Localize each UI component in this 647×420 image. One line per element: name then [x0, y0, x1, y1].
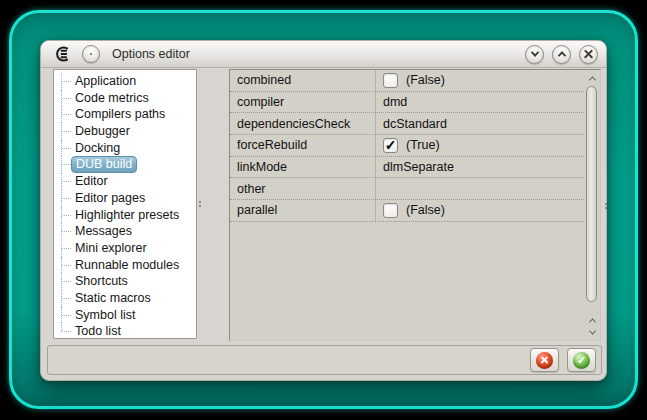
- property-row-linkmode: linkMode dlmSeparate: [230, 157, 584, 179]
- minimize-button[interactable]: [525, 45, 544, 64]
- property-name[interactable]: dependenciesCheck: [230, 113, 376, 134]
- sidebar-item-label: Runnable modules: [75, 258, 179, 272]
- window-title: Options editor: [112, 47, 190, 61]
- sidebar-item-mini-explorer[interactable]: Mini explorer: [54, 240, 196, 257]
- accept-button[interactable]: ✓: [567, 348, 596, 372]
- check-glyph: ✓: [577, 355, 586, 365]
- checkbox-unchecked-icon[interactable]: [383, 73, 398, 88]
- property-grid: combined (False) compiler dmd dependenci…: [229, 69, 601, 341]
- sidebar-item-label: Symbol list: [75, 308, 135, 322]
- property-value-text: dmd: [383, 95, 407, 109]
- property-row-combined: combined (False): [230, 70, 584, 92]
- sidebar-item-docking[interactable]: Docking: [54, 140, 196, 157]
- cancel-button[interactable]: [530, 348, 559, 372]
- sidebar-item-highlighter-presets[interactable]: Highlighter presets: [54, 207, 196, 224]
- selected-item-highlight: DUB build: [71, 156, 137, 173]
- sidebar-item-label: Shortcuts: [75, 274, 128, 288]
- property-value[interactable]: dlmSeparate: [376, 160, 584, 174]
- chevron-up-icon: [557, 51, 565, 59]
- property-name[interactable]: other: [230, 178, 376, 199]
- sidebar-item-editor-pages[interactable]: Editor pages: [54, 190, 196, 207]
- sidebar-item-application[interactable]: Application: [54, 73, 196, 90]
- sidebar-item-label: Static macros: [75, 291, 151, 305]
- close-button[interactable]: [579, 45, 598, 64]
- sidebar-item-label: Docking: [75, 141, 120, 155]
- sidebar-item-code-metrics[interactable]: Code metrics: [54, 90, 196, 107]
- checkbox-checked-icon[interactable]: ✓: [383, 138, 398, 153]
- property-name[interactable]: parallel: [230, 200, 376, 221]
- sidebar-item-todo-list[interactable]: Todo list: [54, 323, 196, 339]
- options-editor-window: Options editor Application Code metrics …: [40, 40, 607, 381]
- category-tree: Application Code metrics Compilers paths…: [53, 69, 197, 339]
- sidebar-item-compilers-paths[interactable]: Compilers paths: [54, 106, 196, 123]
- sidebar-item-debugger[interactable]: Debugger: [54, 123, 196, 140]
- sidebar-item-label: Editor pages: [75, 191, 145, 205]
- scroll-down-button[interactable]: [584, 326, 600, 338]
- property-value-text: (False): [406, 203, 445, 217]
- property-value-text: dcStandard: [383, 117, 447, 131]
- property-value[interactable]: dcStandard: [376, 117, 584, 131]
- sidebar-item-runnable-modules[interactable]: Runnable modules: [54, 257, 196, 274]
- sidebar-item-static-macros[interactable]: Static macros: [54, 290, 196, 307]
- scroll-up-button[interactable]: [584, 72, 600, 84]
- property-row-dependenciescheck: dependenciesCheck dcStandard: [230, 113, 584, 135]
- close-icon: [583, 49, 594, 60]
- scrollbar-thumb[interactable]: [586, 86, 597, 302]
- chevron-up-icon: [588, 318, 595, 325]
- property-value-text: (False): [406, 73, 445, 87]
- property-name[interactable]: compiler: [230, 92, 376, 113]
- chevron-down-icon: [588, 327, 595, 334]
- property-value-text: (True): [406, 138, 440, 152]
- sidebar-item-label: Editor: [75, 174, 108, 188]
- sidebar-item-dub-build[interactable]: DUB build: [54, 156, 196, 173]
- property-name[interactable]: combined: [230, 70, 376, 91]
- chevron-up-icon: [588, 76, 595, 83]
- sidebar-item-label: Messages: [75, 224, 132, 238]
- property-value[interactable]: (False): [376, 73, 584, 88]
- sidebar-item-label: Compilers paths: [75, 107, 165, 121]
- splitter-handle[interactable]: [199, 199, 202, 209]
- property-rows: combined (False) compiler dmd dependenci…: [230, 70, 584, 222]
- checkbox-unchecked-icon[interactable]: [383, 203, 398, 218]
- sidebar-item-label: Highlighter presets: [75, 208, 179, 222]
- x-glyph: [540, 356, 549, 365]
- titlebar-buttons: [525, 45, 598, 64]
- property-value[interactable]: (False): [376, 203, 584, 218]
- titlebar[interactable]: Options editor: [41, 41, 606, 68]
- coedit-logo-icon: [53, 46, 72, 62]
- scroll-up-button-bottom[interactable]: [584, 314, 600, 326]
- property-row-forcerebuild: forceRebuild ✓ (True): [230, 135, 584, 157]
- property-value[interactable]: ✓ (True): [376, 138, 584, 153]
- sidebar-item-label: Debugger: [75, 124, 130, 138]
- property-row-other: other: [230, 178, 584, 200]
- accept-icon: ✓: [573, 352, 590, 369]
- sidebar-item-label: Mini explorer: [75, 241, 147, 255]
- sidebar-item-messages[interactable]: Messages: [54, 223, 196, 240]
- sidebar-item-label: Code metrics: [75, 91, 149, 105]
- chevron-down-icon: [530, 48, 538, 56]
- property-name[interactable]: forceRebuild: [230, 135, 376, 156]
- property-value[interactable]: dmd: [376, 95, 584, 109]
- vertical-scrollbar[interactable]: [584, 70, 600, 340]
- splitter-handle-right[interactable]: [605, 201, 608, 211]
- sidebar-item-label: Todo list: [75, 324, 121, 338]
- sidebar-item-label: Application: [75, 74, 136, 88]
- menu-dot-icon: [90, 53, 92, 55]
- maximize-button[interactable]: [552, 45, 571, 64]
- footer-bar: ✓: [47, 345, 602, 375]
- property-row-compiler: compiler dmd: [230, 92, 584, 114]
- window-menu-button[interactable]: [82, 45, 100, 63]
- sidebar-item-symbol-list[interactable]: Symbol list: [54, 307, 196, 324]
- sidebar-item-editor[interactable]: Editor: [54, 173, 196, 190]
- property-value-text: dlmSeparate: [383, 160, 454, 174]
- sidebar-item-shortcuts[interactable]: Shortcuts: [54, 273, 196, 290]
- property-row-parallel: parallel (False): [230, 200, 584, 222]
- cancel-icon: [536, 352, 553, 369]
- property-name[interactable]: linkMode: [230, 157, 376, 178]
